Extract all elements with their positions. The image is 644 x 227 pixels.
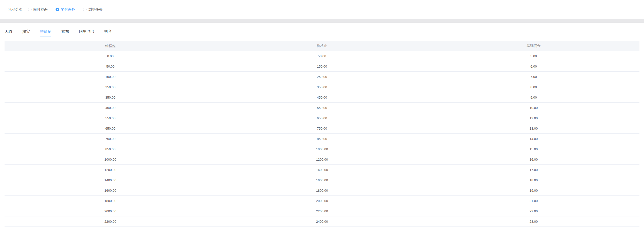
flash-sale-radio[interactable]: 限时秒杀	[28, 7, 47, 12]
table-cell: 2200.00	[5, 220, 216, 223]
table-cell: 2000.00	[216, 199, 428, 203]
table-cell: 50.00	[5, 65, 216, 68]
table-cell: 19.00	[428, 189, 639, 192]
table-row: 1000.001200.0016.00	[5, 154, 639, 165]
content-panel: 天猫淘宝拼多多京东阿里巴巴抖音 价格起价格止基础佣金 0.0050.005.00…	[0, 23, 644, 227]
table-body: 0.0050.005.0050.00150.006.00150.00250.00…	[5, 51, 639, 227]
table-cell: 18.00	[428, 178, 639, 182]
table-cell: 22.00	[428, 209, 639, 213]
table-row: 1400.001600.0018.00	[5, 175, 639, 185]
column-header: 基础佣金	[428, 44, 639, 48]
table-row: 850.001000.0015.00	[5, 144, 639, 154]
table-cell: 2400.00	[216, 220, 428, 223]
table-cell: 17.00	[428, 168, 639, 172]
table-cell: 15.00	[428, 147, 639, 151]
table-cell: 1600.00	[5, 189, 216, 192]
table-cell: 1000.00	[216, 147, 428, 151]
radio-circle-icon	[83, 8, 87, 11]
table-row: 550.00650.0012.00	[5, 113, 639, 123]
table-cell: 1400.00	[216, 168, 428, 172]
table-cell: 550.00	[5, 116, 216, 120]
tab-douyin[interactable]: 抖音	[104, 27, 112, 37]
radio-option-label: 限时秒杀	[33, 7, 47, 12]
activity-category-label: 活动分类:	[8, 7, 23, 12]
table-cell: 550.00	[216, 106, 428, 110]
activity-category-radio-group: 限时秒杀 垫付任务 浏览任务	[28, 7, 111, 12]
table-header-row: 价格起价格止基础佣金	[5, 41, 639, 51]
table-cell: 1800.00	[5, 199, 216, 203]
table-cell: 16.00	[428, 158, 639, 161]
table-cell: 0.00	[5, 54, 216, 58]
column-header: 价格起	[5, 44, 216, 48]
table-cell: 2200.00	[216, 209, 428, 213]
tab-jd[interactable]: 京东	[61, 27, 69, 37]
table-row: 0.0050.005.00	[5, 51, 639, 61]
table-row: 2000.002200.0022.00	[5, 206, 639, 216]
table-cell: 21.00	[428, 199, 639, 203]
platform-tabs: 天猫淘宝拼多多京东阿里巴巴抖音	[5, 27, 639, 37]
radio-option-label: 垫付任务	[61, 7, 75, 12]
table-row: 450.00550.0010.00	[5, 103, 639, 113]
table-cell: 150.00	[5, 75, 216, 79]
column-header: 价格止	[216, 44, 428, 48]
table-cell: 750.00	[5, 137, 216, 141]
radio-circle-icon	[28, 8, 32, 11]
table-cell: 1800.00	[216, 189, 428, 192]
table-cell: 850.00	[5, 147, 216, 151]
table-row: 1800.002000.0021.00	[5, 196, 639, 206]
commission-table: 价格起价格止基础佣金 0.0050.005.0050.00150.006.001…	[5, 41, 639, 227]
table-cell: 1600.00	[216, 178, 428, 182]
tab-taobao[interactable]: 淘宝	[22, 27, 30, 37]
page: 活动分类: 限时秒杀 垫付任务 浏览任务 天猫淘宝拼多多京东阿里巴巴抖音 价格起…	[0, 0, 644, 227]
table-cell: 850.00	[216, 137, 428, 141]
table-cell: 9.00	[428, 96, 639, 99]
table-cell: 250.00	[5, 85, 216, 89]
table-cell: 350.00	[5, 96, 216, 99]
table-cell: 350.00	[216, 85, 428, 89]
table-row: 750.00850.0014.00	[5, 134, 639, 144]
table-row: 650.00750.0013.00	[5, 123, 639, 134]
table-row: 250.00350.008.00	[5, 82, 639, 92]
table-cell: 13.00	[428, 127, 639, 130]
table-cell: 650.00	[216, 116, 428, 120]
tab-tmall[interactable]: 天猫	[5, 27, 12, 37]
table-cell: 150.00	[216, 65, 428, 68]
tab-pinduoduo[interactable]: 拼多多	[40, 27, 51, 37]
table-cell: 7.00	[428, 75, 639, 79]
section-separator	[0, 19, 644, 23]
tab-alibaba[interactable]: 阿里巴巴	[79, 27, 94, 37]
table-row: 2200.002400.0023.00	[5, 216, 639, 227]
table-cell: 6.00	[428, 65, 639, 68]
table-row: 50.00150.006.00	[5, 61, 639, 72]
table-cell: 10.00	[428, 106, 639, 110]
table-cell: 12.00	[428, 116, 639, 120]
table-row: 1200.001400.0017.00	[5, 165, 639, 175]
table-cell: 2000.00	[5, 209, 216, 213]
table-cell: 50.00	[216, 54, 428, 58]
radio-circle-icon	[56, 8, 59, 11]
advance-task-radio[interactable]: 垫付任务	[56, 7, 75, 12]
table-cell: 650.00	[5, 127, 216, 130]
table-cell: 1200.00	[216, 158, 428, 161]
table-cell: 1200.00	[5, 168, 216, 172]
table-cell: 450.00	[5, 106, 216, 110]
table-row: 350.00450.009.00	[5, 92, 639, 103]
table-cell: 23.00	[428, 220, 639, 223]
table-cell: 1400.00	[5, 178, 216, 182]
table-cell: 750.00	[216, 127, 428, 130]
browse-task-radio[interactable]: 浏览任务	[83, 7, 103, 12]
table-cell: 450.00	[216, 96, 428, 99]
radio-option-label: 浏览任务	[88, 7, 103, 12]
table-cell: 1000.00	[5, 158, 216, 161]
table-cell: 8.00	[428, 85, 639, 89]
table-row: 150.00250.007.00	[5, 72, 639, 82]
table-row: 1600.001800.0019.00	[5, 185, 639, 196]
table-cell: 14.00	[428, 137, 639, 141]
table-cell: 5.00	[428, 54, 639, 58]
table-cell: 250.00	[216, 75, 428, 79]
activity-filter-bar: 活动分类: 限时秒杀 垫付任务 浏览任务	[0, 0, 644, 19]
